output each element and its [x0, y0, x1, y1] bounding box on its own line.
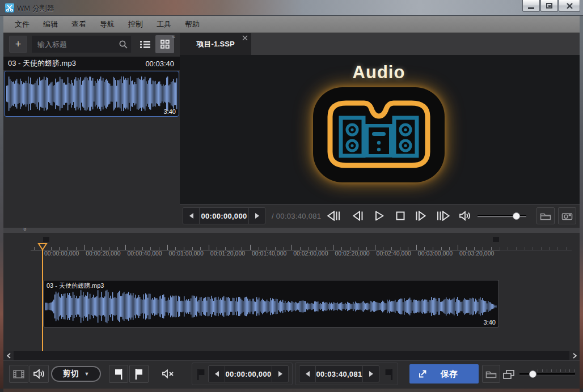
- skip-start-button[interactable]: [327, 208, 341, 223]
- collapse-icon: «: [172, 33, 175, 40]
- save-label: 保存: [428, 369, 471, 380]
- filmstrip-button[interactable]: [9, 365, 28, 383]
- volume-slider-knob[interactable]: [513, 212, 520, 220]
- current-time-value: 00:00:00,000: [199, 208, 249, 224]
- panel-splitter[interactable]: «: [3, 228, 580, 233]
- tab-close-icon[interactable]: [242, 35, 248, 41]
- step-back-button[interactable]: [350, 208, 365, 223]
- playhead-marker[interactable]: [37, 243, 48, 251]
- start-time-spinner: 00:00:00,000: [208, 365, 289, 382]
- menu-item-2[interactable]: 查看: [65, 16, 93, 33]
- step-forward-icon: [415, 211, 426, 221]
- maximize-icon: [546, 3, 552, 8]
- step-forward-button[interactable]: [413, 208, 428, 223]
- time-decrement-button[interactable]: [183, 208, 199, 224]
- search-button[interactable]: [115, 36, 132, 53]
- tab-project[interactable]: 项目-1.SSP: [180, 33, 251, 55]
- menu-item-4[interactable]: 控制: [121, 16, 150, 33]
- end-increment-button[interactable]: [363, 366, 379, 382]
- library-item-thumbnail[interactable]: 3:40: [4, 71, 179, 117]
- timeline-clip[interactable]: 03 - 天使的翅膀.mp3 3:40: [43, 280, 499, 327]
- end-time-value: 00:03:40,081: [315, 366, 363, 382]
- zoom-slider-track[interactable]: [519, 373, 575, 375]
- skip-start-icon: [327, 211, 341, 221]
- skip-end-icon: [437, 211, 450, 221]
- mark-out-button[interactable]: [129, 365, 149, 383]
- start-time-value: 00:00:00,000: [225, 366, 272, 382]
- end-time-group: 00:03:40,081: [295, 363, 398, 385]
- menu-item-3[interactable]: 导航: [93, 16, 121, 33]
- scroll-left-button[interactable]: [3, 351, 14, 360]
- flag-right-icon: [134, 368, 143, 380]
- volume-button[interactable]: [458, 208, 472, 223]
- mute-icon: [162, 369, 174, 378]
- end-time-spinner: 00:03:40,081: [299, 365, 379, 382]
- close-button[interactable]: [559, 0, 580, 12]
- mute-button[interactable]: [158, 365, 178, 383]
- camera-icon: [561, 212, 573, 220]
- grid-view-icon: [160, 40, 170, 49]
- skip-end-button[interactable]: [436, 208, 451, 223]
- mark-in-button[interactable]: [109, 365, 128, 383]
- add-media-button[interactable]: +: [9, 36, 27, 53]
- app-window: WM 分割器 文件编辑查看导航控制工具帮助 + « 03 - 天使的翅膀.mp3…: [0, 0, 583, 392]
- menu-item-0[interactable]: 文件: [8, 16, 36, 33]
- library-item-duration: 00:03:40: [145, 59, 174, 68]
- window-frame-right: [580, 16, 583, 389]
- menu-bar: 文件编辑查看导航控制工具帮助: [3, 16, 580, 33]
- tab-label: 项目-1.SSP: [196, 39, 234, 49]
- playhead-line[interactable]: [42, 243, 43, 351]
- close-icon: [567, 3, 573, 9]
- menu-item-6[interactable]: 帮助: [178, 16, 206, 33]
- folder-icon: [485, 370, 497, 378]
- minimize-icon: [528, 7, 534, 9]
- window-frame-bottom: [3, 389, 580, 392]
- zoom-out-tracks-button[interactable]: [501, 368, 516, 381]
- plus-icon: +: [15, 39, 22, 50]
- save-button[interactable]: 保存: [409, 364, 479, 384]
- thumbnail-duration: 3:40: [164, 108, 176, 115]
- export-arrow-icon: [417, 369, 428, 379]
- time-increment-button[interactable]: [249, 208, 265, 224]
- thumbnail-waveform: [6, 74, 178, 114]
- total-time-label: / 00:03:40,081: [272, 207, 321, 224]
- mode-dropdown[interactable]: 剪切 ▼: [51, 366, 101, 382]
- zoom-slider-knob[interactable]: [529, 370, 536, 378]
- menu-item-5[interactable]: 工具: [150, 16, 178, 33]
- speaker-icon: [459, 211, 471, 221]
- timeline-scrollbar[interactable]: [3, 351, 580, 360]
- maximize-button[interactable]: [540, 0, 558, 12]
- end-flag-icon: [385, 368, 393, 381]
- end-flag[interactable]: [491, 237, 499, 244]
- clip-duration: 3:40: [484, 319, 496, 326]
- overlapping-windows-icon: [502, 369, 515, 380]
- output-folder-button[interactable]: [482, 365, 500, 383]
- end-decrement-button[interactable]: [299, 366, 315, 382]
- play-button[interactable]: [372, 208, 387, 223]
- window-title: WM 分割器: [17, 3, 54, 14]
- track-speaker-icon: [33, 369, 45, 379]
- splitter-collapse-icon: «: [21, 228, 28, 231]
- start-increment-button[interactable]: [272, 366, 288, 382]
- menu-item-1[interactable]: 编辑: [36, 16, 65, 33]
- snapshot-button[interactable]: [558, 207, 576, 224]
- right-arrow-icon: [369, 371, 373, 377]
- audio-track-button[interactable]: [29, 365, 49, 383]
- left-arrow-icon: [189, 213, 193, 219]
- stop-button[interactable]: [393, 208, 408, 223]
- search-icon: [119, 40, 128, 49]
- minimize-button[interactable]: [522, 0, 540, 12]
- app-icon: [5, 3, 14, 12]
- title-bar[interactable]: WM 分割器: [0, 0, 583, 16]
- scroll-right-button[interactable]: [569, 351, 580, 360]
- clip-waveform: [45, 288, 497, 325]
- current-time-spinner: 00:00:00,000: [183, 207, 265, 224]
- step-back-icon: [352, 211, 364, 221]
- flag-left-icon: [114, 368, 123, 380]
- collapse-panel-button[interactable]: «: [172, 33, 175, 40]
- folder-icon: [540, 212, 551, 220]
- open-folder-button[interactable]: [536, 207, 555, 224]
- start-decrement-button[interactable]: [209, 366, 225, 382]
- library-item-row[interactable]: 03 - 天使的翅膀.mp3 00:03:40: [3, 57, 180, 70]
- list-view-button[interactable]: [136, 35, 154, 53]
